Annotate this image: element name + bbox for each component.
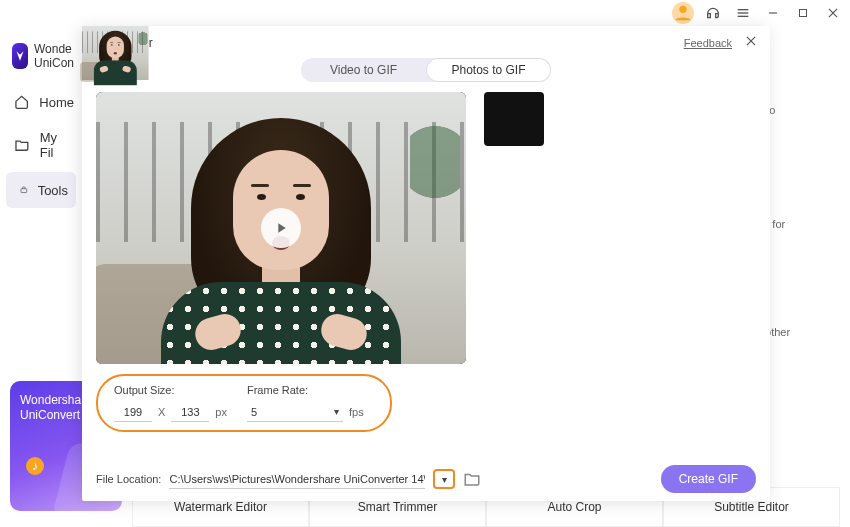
close-button[interactable] [822, 2, 844, 24]
file-location-label: File Location: [96, 473, 161, 485]
feedback-link[interactable]: Feedback [684, 37, 732, 49]
output-size-label: Output Size: [114, 384, 227, 396]
dimension-x: X [158, 406, 165, 418]
path-dropdown-button[interactable]: ▾ [433, 469, 455, 489]
sidebar: Wonde UniCon Home My Fil Tools Wondersha… [0, 26, 82, 527]
output-width-input[interactable] [114, 402, 152, 422]
create-gif-button[interactable]: Create GIF [661, 465, 756, 493]
browse-folder-icon[interactable] [463, 470, 481, 488]
chevron-down-icon: ▾ [334, 406, 339, 417]
fps-label: fps [349, 406, 364, 418]
settings-bubble: Output Size: X px Frame Rate: 5 ▾ fps [96, 374, 392, 432]
svg-point-0 [679, 6, 686, 13]
sidebar-item-tools[interactable]: Tools [6, 172, 76, 208]
sidebar-item-label: Home [39, 95, 74, 110]
home-icon [14, 94, 29, 110]
tab-video-to-gif[interactable]: Video to GIF [301, 58, 426, 82]
folder-icon [14, 137, 30, 153]
headset-icon[interactable] [702, 2, 724, 24]
sidebar-item-label: Tools [38, 183, 68, 198]
frame-rate-select[interactable]: 5 ▾ [247, 402, 343, 422]
px-label: px [215, 406, 227, 418]
sidebar-item-home[interactable]: Home [0, 84, 82, 120]
preview-panel[interactable] [96, 92, 466, 364]
window-titlebar [672, 0, 850, 26]
close-icon[interactable] [744, 34, 758, 52]
user-badge-icon[interactable] [672, 2, 694, 24]
mode-segment: Video to GIF Photos to GIF [301, 58, 551, 82]
chevron-down-icon: ▾ [442, 474, 447, 485]
play-button[interactable] [261, 208, 301, 248]
thumbnail[interactable] [484, 92, 544, 146]
svg-rect-8 [21, 189, 27, 193]
brand-line2: UniCon [34, 56, 74, 70]
app-logo-icon [12, 43, 28, 69]
brand: Wonde UniCon [0, 26, 82, 84]
brand-text: Wonde UniCon [34, 42, 74, 70]
file-location-input[interactable] [169, 469, 425, 489]
gif-maker-modal: GIF Maker Feedback + Video to GIF Photos… [82, 26, 770, 501]
brand-line1: Wonde [34, 42, 74, 56]
tab-photos-to-gif[interactable]: Photos to GIF [426, 58, 551, 82]
frame-rate-value: 5 [251, 406, 257, 418]
mode-row: + Video to GIF Photos to GIF [82, 56, 770, 88]
frame-rate-label: Frame Rate: [247, 384, 364, 396]
minimize-button[interactable] [762, 2, 784, 24]
sidebar-item-label: My Fil [40, 130, 74, 160]
hamburger-icon[interactable] [732, 2, 754, 24]
svg-rect-5 [800, 10, 807, 17]
output-height-input[interactable] [171, 402, 209, 422]
modal-header: GIF Maker Feedback [82, 26, 770, 56]
modal-footer: File Location: ▾ Create GIF [96, 465, 756, 493]
sidebar-item-myfiles[interactable]: My Fil [0, 120, 82, 170]
music-note-icon: ♪ [26, 457, 44, 475]
modal-body [82, 88, 770, 364]
toolbox-icon [20, 182, 28, 198]
maximize-button[interactable] [792, 2, 814, 24]
